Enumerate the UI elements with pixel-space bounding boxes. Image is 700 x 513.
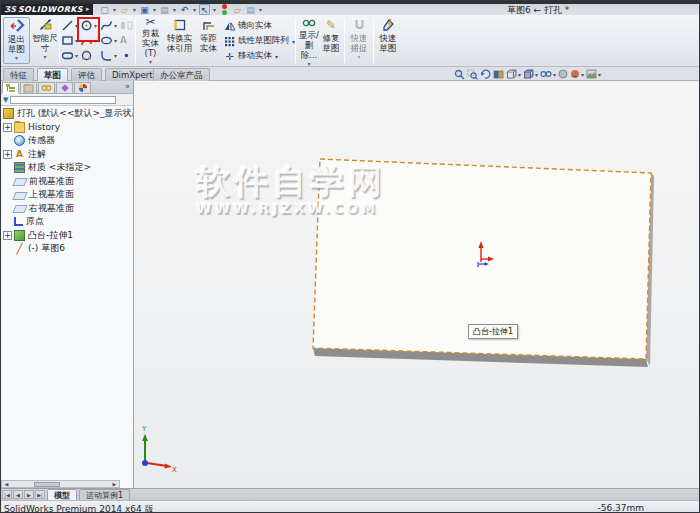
tree-item-label: (-) 草图6 <box>28 242 65 255</box>
tab-sketch[interactable]: 草图 <box>37 68 68 81</box>
tree-item-top-plane[interactable]: 上视基准面 <box>1 188 133 202</box>
tree-item-origin[interactable]: 原点 <box>1 215 133 229</box>
tree-item-part-root[interactable]: 打孔 (默认<<默认>_显示状态 <box>1 107 133 121</box>
tab-office-products[interactable]: 办公室产品 <box>153 68 210 81</box>
tree-item-right-plane[interactable]: 右视基准面 <box>1 202 133 216</box>
tree-item-material[interactable]: 材质 <未指定> <box>1 161 133 175</box>
scrollbar-thumb[interactable] <box>34 482 60 487</box>
mirror-entities-small-button[interactable] <box>120 18 140 32</box>
smart-dimension-button[interactable]: 智能尺寸 ▾ <box>32 17 58 64</box>
undo-icon[interactable]: ↶ <box>179 4 190 15</box>
tab-evaluate[interactable]: 评估 <box>71 68 102 81</box>
mirror-entities-icon <box>223 21 236 32</box>
appearance-icon[interactable]: ▱ <box>232 4 243 15</box>
triad-y-label: Y <box>141 425 147 433</box>
display-delete-relations-label: 显示/删除... <box>298 30 320 60</box>
linear-sketch-pattern-label: 线性草图阵列 <box>238 35 289 47</box>
slot-tool-button[interactable]: ▾ <box>61 48 81 62</box>
ribbon-separator <box>135 19 136 63</box>
convert-entities-button[interactable]: 转换实体引用 <box>165 17 194 64</box>
spline-tool-button[interactable]: ▾ <box>100 18 120 32</box>
configurationmanager-tab-icon[interactable] <box>38 82 55 94</box>
scroll-right-arrow-icon[interactable]: ▶ <box>110 481 119 487</box>
panel-horizontal-scrollbar[interactable]: ◀ ▶ <box>1 480 120 488</box>
ribbon-separator <box>295 19 296 63</box>
fillet-tool-button[interactable]: ▾ <box>100 48 120 62</box>
dropdown-caret-icon[interactable]: ▾ <box>172 6 177 13</box>
tree-item-label: 原点 <box>26 215 44 228</box>
tab-scroll-first-icon[interactable]: |◀ <box>2 490 12 499</box>
rebuild-icon[interactable] <box>219 4 230 15</box>
expand-plus-icon[interactable]: + <box>3 123 12 132</box>
exit-sketch-label: 退出草图 <box>4 34 29 54</box>
dropdown-caret-icon: ▾ <box>357 54 360 60</box>
move-entities-icon: ✛ <box>223 51 236 62</box>
dropdown-caret-icon[interactable]: ▾ <box>258 6 263 13</box>
view-orientation-icon[interactable]: ▾ <box>506 69 521 80</box>
tab-scroll-next-icon[interactable]: ▶ <box>24 490 34 499</box>
expand-plus-icon[interactable]: + <box>3 150 12 159</box>
panel-overflow-chevron[interactable]: » <box>125 81 133 93</box>
print-icon[interactable]: ▤ <box>159 4 170 15</box>
tab-motion-study1[interactable]: 运动算例1 <box>79 489 130 500</box>
hide-show-items-icon[interactable]: ▾ <box>540 69 556 79</box>
mirror-entities-button[interactable]: 镜向实体 <box>223 19 295 33</box>
select-cursor-icon[interactable]: ↖ <box>199 4 210 15</box>
part-icon <box>3 108 14 119</box>
tab-scroll-prev-icon[interactable]: ◀ <box>13 490 23 499</box>
tab-dimxpert[interactable]: DimXpert <box>105 68 159 81</box>
zoom-area-icon[interactable] <box>467 69 478 80</box>
edit-appearance-icon[interactable] <box>558 69 568 79</box>
rapid-sketch-button[interactable]: 快速草图 <box>376 17 400 64</box>
tab-scroll-last-icon[interactable]: ▶| <box>35 490 45 499</box>
repair-sketch-button[interactable]: ✎ 修复草图 <box>320 17 342 64</box>
section-view-icon[interactable] <box>493 69 504 80</box>
tree-item-sketch6[interactable]: ╱ (-) 草图6 <box>1 242 133 256</box>
exit-sketch-button[interactable]: 退出草图 ▾ <box>3 17 30 64</box>
tree-item-history[interactable]: + History <box>1 121 133 135</box>
featuremanager-tab-icon[interactable] <box>2 82 19 94</box>
apply-scene-icon[interactable]: ▾ <box>570 69 584 79</box>
dropdown-caret-icon[interactable]: ▾ <box>132 6 137 13</box>
perimeter-circle-tool-button[interactable] <box>80 48 100 62</box>
tree-item-boss-extrude1[interactable]: + 凸台-拉伸1 <box>1 229 133 243</box>
zoom-fit-icon[interactable] <box>454 69 465 80</box>
tab-features[interactable]: 特征 <box>3 68 34 81</box>
move-entities-button[interactable]: ✛ 移动实体 ▾ <box>223 49 295 63</box>
text-tool-button[interactable]: A <box>120 33 140 47</box>
linear-sketch-pattern-button[interactable]: 线性草图阵列 ▾ <box>223 34 295 48</box>
tree-filter-input[interactable] <box>10 96 116 104</box>
dropdown-caret-icon[interactable]: ▾ <box>152 6 157 13</box>
ellipse-tool-button[interactable]: ▾ <box>100 33 120 47</box>
tree-item-sensors[interactable]: 传感器 <box>1 134 133 148</box>
scene-icon[interactable]: ▤ <box>245 4 256 15</box>
scroll-left-arrow-icon[interactable]: ◀ <box>2 481 11 487</box>
expand-plus-icon[interactable]: + <box>3 231 12 240</box>
dropdown-caret-icon[interactable]: ▾ <box>112 6 117 13</box>
tree-item-annotations[interactable]: + A 注解 <box>1 148 133 162</box>
open-icon[interactable]: ▱ <box>119 4 130 15</box>
tree-filter-row: ▼ <box>1 94 133 106</box>
triad-x-label: X <box>172 466 177 474</box>
point-tool-button[interactable] <box>120 48 140 62</box>
tree-item-front-plane[interactable]: 前视基准面 <box>1 175 133 189</box>
material-icon <box>14 162 25 173</box>
propertymanager-tab-icon[interactable] <box>20 82 37 94</box>
quick-snaps-button[interactable]: 快速捕捉 ▾ <box>347 17 371 64</box>
view-settings-icon[interactable]: ▾ <box>586 69 601 79</box>
tab-model[interactable]: 模型 <box>47 489 77 500</box>
trim-entities-button[interactable]: ✂ 剪裁实体(T) ▾ <box>138 17 163 64</box>
save-icon[interactable]: ▣ <box>139 4 150 15</box>
displaymanager-tab-icon[interactable] <box>74 82 91 94</box>
dropdown-caret-icon[interactable]: ▾ <box>212 6 217 13</box>
graphics-viewport[interactable]: 软件自学网 WWW.RJZXW.COM 凸台-拉伸1 Y X <box>134 81 700 488</box>
previous-view-icon[interactable] <box>480 69 491 80</box>
dropdown-caret-icon: ▾ <box>535 71 538 78</box>
dropdown-caret-icon: ▾ <box>598 71 601 78</box>
dimxpertmanager-tab-icon[interactable] <box>56 82 73 94</box>
dropdown-caret-icon[interactable]: ▾ <box>192 6 197 13</box>
new-document-icon[interactable]: ▢ <box>99 4 110 15</box>
offset-entities-button[interactable]: 等距实体 <box>197 17 220 64</box>
display-delete-relations-button[interactable]: 显示/删除... ▾ <box>298 17 320 64</box>
display-style-icon[interactable]: ▾ <box>523 69 538 80</box>
